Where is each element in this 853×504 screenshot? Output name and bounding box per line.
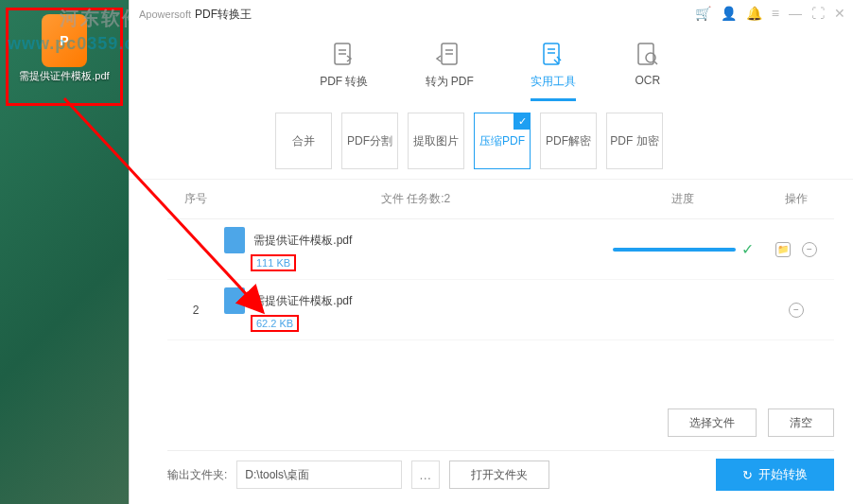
menu-icon[interactable]: ≡ bbox=[772, 6, 779, 21]
table-row: 1 需提供证件模板.pdf 111 KB ✓ 📁 − bbox=[167, 219, 834, 280]
remove-icon[interactable]: − bbox=[789, 303, 804, 318]
file-name: 需提供证件模板.pdf bbox=[253, 294, 352, 307]
header-file: 文件 任务数:2 bbox=[224, 191, 607, 207]
row-file: 需提供证件模板.pdf 111 KB bbox=[224, 227, 607, 271]
file-size: 62.2 KB bbox=[256, 318, 293, 329]
minimize-icon[interactable]: — bbox=[789, 6, 802, 21]
sub-nav: 合并 PDF分割 提取图片 压缩PDF PDF解密 PDF 加密 bbox=[130, 99, 853, 179]
nav-to-pdf-label: 转为 PDF bbox=[426, 74, 474, 90]
nav-ocr-label: OCR bbox=[635, 74, 661, 87]
nav-tools[interactable]: 实用工具 bbox=[521, 32, 585, 99]
tools-icon bbox=[538, 40, 568, 70]
user-icon[interactable]: 👤 bbox=[721, 6, 737, 21]
footer-bar: 输出文件夹: … 打开文件夹 ↻ 开始转换 bbox=[167, 450, 834, 504]
window-controls: 🛒 👤 🔔 ≡ — ⛶ ✕ bbox=[695, 6, 845, 21]
action-bar: 选择文件 清空 bbox=[167, 399, 834, 450]
row-operations: − bbox=[758, 303, 834, 318]
ocr-icon bbox=[633, 40, 663, 70]
desktop-background: P 需提供证件模板.pdf bbox=[0, 0, 129, 504]
file-size: 111 KB bbox=[256, 257, 290, 269]
progress-bar bbox=[613, 248, 736, 252]
browse-button[interactable]: … bbox=[411, 461, 440, 489]
close-icon[interactable]: ✕ bbox=[834, 6, 845, 21]
subtab-extract[interactable]: 提取图片 bbox=[408, 113, 464, 169]
app-window: Apowersoft PDF转换王 🛒 👤 🔔 ≡ — ⛶ ✕ PDF 转换 转… bbox=[129, 0, 853, 504]
subtab-compress[interactable]: 压缩PDF bbox=[474, 113, 531, 169]
file-list: 序号 文件 任务数:2 进度 操作 1 需提供证件模板.pdf 111 KB ✓… bbox=[130, 179, 853, 504]
watermark-text-2: www.pc0359.cn bbox=[8, 34, 146, 54]
row-operations: 📁 − bbox=[758, 242, 834, 257]
nav-pdf-convert[interactable]: PDF 转换 bbox=[310, 32, 377, 99]
header-progress: 进度 bbox=[607, 191, 758, 207]
start-convert-button[interactable]: ↻ 开始转换 bbox=[716, 459, 834, 491]
titlebar: Apowersoft PDF转换王 🛒 👤 🔔 ≡ — ⛶ ✕ bbox=[130, 0, 853, 28]
file-size-highlight: 111 KB bbox=[251, 254, 296, 271]
svg-rect-3 bbox=[638, 43, 653, 64]
to-pdf-icon bbox=[434, 40, 464, 70]
header-index: 序号 bbox=[167, 191, 224, 207]
subtab-merge[interactable]: 合并 bbox=[275, 113, 332, 169]
row-file: 需提供证件模板.pdf 62.2 KB bbox=[224, 287, 607, 332]
cart-icon[interactable]: 🛒 bbox=[695, 6, 711, 21]
remove-icon[interactable]: − bbox=[802, 242, 817, 257]
bell-icon[interactable]: 🔔 bbox=[746, 6, 762, 21]
check-icon: ✓ bbox=[741, 240, 754, 258]
file-icon bbox=[224, 227, 245, 253]
nav-ocr[interactable]: OCR bbox=[623, 32, 672, 99]
select-file-button[interactable]: 选择文件 bbox=[668, 408, 757, 437]
subtab-split[interactable]: PDF分割 bbox=[341, 113, 398, 169]
refresh-icon: ↻ bbox=[742, 468, 753, 482]
nav-pdf-convert-label: PDF 转换 bbox=[320, 74, 368, 90]
table-header: 序号 文件 任务数:2 进度 操作 bbox=[167, 180, 834, 219]
nav-tools-label: 实用工具 bbox=[531, 74, 576, 90]
start-convert-label: 开始转换 bbox=[758, 466, 808, 483]
row-index: 2 bbox=[167, 304, 224, 317]
output-folder-input[interactable] bbox=[236, 461, 401, 489]
pdf-convert-icon bbox=[329, 40, 359, 70]
subtab-decrypt[interactable]: PDF解密 bbox=[540, 113, 597, 169]
app-title: PDF转换王 bbox=[195, 7, 252, 23]
open-folder-button[interactable]: 打开文件夹 bbox=[449, 461, 549, 489]
brand-text: Apowersoft bbox=[139, 9, 191, 20]
open-folder-icon[interactable]: 📁 bbox=[775, 242, 791, 257]
header-operation: 操作 bbox=[758, 191, 834, 207]
file-icon bbox=[224, 287, 245, 314]
file-size-highlight: 62.2 KB bbox=[251, 315, 299, 332]
table-row: 2 需提供证件模板.pdf 62.2 KB − bbox=[167, 280, 834, 340]
row-progress: ✓ bbox=[607, 240, 758, 258]
top-nav: PDF 转换 转为 PDF 实用工具 OCR bbox=[130, 28, 853, 99]
subtab-encrypt[interactable]: PDF 加密 bbox=[606, 113, 663, 169]
maximize-icon[interactable]: ⛶ bbox=[811, 6, 825, 21]
file-name: 需提供证件模板.pdf bbox=[253, 234, 352, 247]
clear-button[interactable]: 清空 bbox=[768, 408, 834, 437]
desktop-file-label: 需提供证件模板.pdf bbox=[19, 69, 109, 82]
nav-to-pdf[interactable]: 转为 PDF bbox=[416, 32, 483, 99]
output-folder-label: 输出文件夹: bbox=[167, 467, 227, 483]
